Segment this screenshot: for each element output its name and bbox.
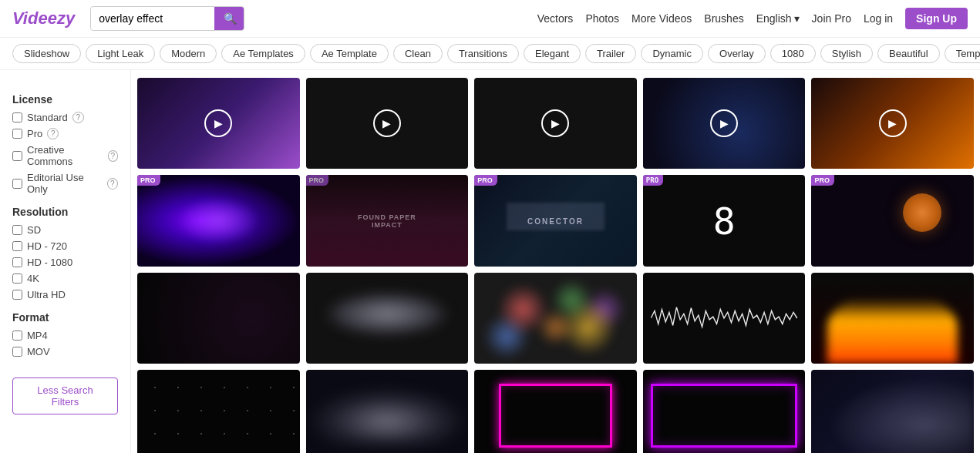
label-mp4: MP4 — [27, 330, 48, 341]
video-thumb[interactable]: ▶ — [643, 78, 806, 169]
label-mov: MOV — [27, 346, 50, 357]
play-button[interactable]: ▶ — [879, 109, 907, 137]
filter-mp4[interactable]: MP4 — [12, 330, 118, 341]
video-thumb[interactable]: ▶ — [137, 78, 300, 169]
video-thumb[interactable]: ▶ — [306, 78, 469, 169]
video-thumb[interactable]: PRO 8 — [643, 175, 806, 266]
help-icon-editorial[interactable]: ? — [107, 178, 118, 190]
filter-pro[interactable]: Pro ? — [12, 128, 118, 139]
nav-language[interactable]: English ▾ — [756, 12, 800, 25]
video-thumb[interactable] — [474, 370, 637, 453]
checkbox-pro[interactable] — [12, 129, 22, 139]
nav-sign-up[interactable]: Sign Up — [905, 8, 968, 29]
filter-standard[interactable]: Standard ? — [12, 112, 118, 123]
video-thumb[interactable]: PRO — [137, 175, 300, 266]
tag-ae-templates[interactable]: Ae Templates — [221, 44, 305, 63]
label-pro: Pro — [27, 128, 42, 139]
sidebar: License Standard ? Pro ? Creative Common… — [0, 70, 131, 453]
nav-photos[interactable]: Photos — [585, 12, 619, 25]
tag-ae-template[interactable]: Ae Template — [310, 44, 389, 63]
filter-4k[interactable]: 4K — [12, 273, 118, 284]
tag-elegant[interactable]: Elegant — [524, 44, 581, 63]
help-icon-pro[interactable]: ? — [47, 128, 59, 139]
video-thumb[interactable]: PRO CONECTOR — [474, 175, 637, 266]
checkbox-hd720[interactable] — [12, 241, 22, 251]
video-thumb[interactable]: PRO — [811, 175, 974, 266]
label-ultrahd: Ultra HD — [27, 289, 66, 300]
filter-editorial[interactable]: Editorial Use Only ? — [12, 172, 118, 195]
play-button[interactable]: ▶ — [204, 109, 232, 137]
tag-modern[interactable]: Modern — [160, 44, 217, 63]
filter-hd720[interactable]: HD - 720 — [12, 240, 118, 252]
pro-badge: PRO — [643, 175, 663, 186]
filter-hd1080[interactable]: HD - 1080 — [12, 257, 118, 268]
pro-badge: PRO — [137, 175, 160, 186]
video-thumb[interactable] — [643, 273, 806, 364]
play-button[interactable]: ▶ — [710, 109, 738, 137]
license-section-title: License — [12, 93, 118, 106]
video-thumb[interactable]: PRO FOUND PAPERIMPACT — [306, 175, 469, 266]
play-button[interactable]: ▶ — [373, 109, 401, 137]
video-thumb[interactable]: ▶ — [474, 78, 637, 169]
checkbox-hd1080[interactable] — [12, 257, 22, 267]
logo[interactable]: Videezy — [12, 8, 75, 29]
tag-light-leak[interactable]: Light Leak — [86, 44, 155, 63]
label-creative-commons: Creative Commons — [27, 144, 103, 167]
label-standard: Standard — [27, 112, 68, 123]
nav-log-in[interactable]: Log in — [864, 12, 893, 25]
video-row-4 — [137, 370, 974, 453]
resolution-section-title: Resolution — [12, 206, 118, 218]
video-thumb[interactable] — [306, 273, 469, 364]
label-4k: 4K — [27, 273, 39, 284]
play-button[interactable]: ▶ — [541, 109, 569, 137]
nav-join-pro[interactable]: Join Pro — [812, 12, 851, 25]
tag-1080[interactable]: 1080 — [770, 44, 816, 63]
video-thumb[interactable] — [811, 370, 974, 453]
tag-transitions[interactable]: Transitions — [447, 44, 519, 63]
nav-vectors[interactable]: Vectors — [537, 12, 574, 25]
nav-links: Vectors Photos More Videos Brushes Engli… — [537, 8, 968, 29]
digit-display: 8 — [713, 200, 736, 243]
tag-template[interactable]: Template — [945, 44, 980, 63]
video-thumb[interactable] — [811, 273, 974, 364]
less-filters-button[interactable]: Less Search Filters — [12, 378, 118, 414]
filter-sd[interactable]: SD — [12, 224, 118, 236]
checkbox-editorial[interactable] — [12, 179, 22, 189]
filter-mov[interactable]: MOV — [12, 346, 118, 357]
video-thumb[interactable]: ▶ — [811, 78, 974, 169]
tag-clean[interactable]: Clean — [393, 44, 443, 63]
video-thumb[interactable] — [137, 370, 300, 453]
checkbox-creative-commons[interactable] — [12, 151, 22, 161]
video-row-1: ▶ ▶ ▶ ▶ ▶ — [137, 78, 974, 169]
tag-trailer[interactable]: Trailer — [585, 44, 636, 63]
tag-overlay[interactable]: Overlay — [708, 44, 766, 63]
video-thumb[interactable] — [137, 273, 300, 364]
help-icon-cc[interactable]: ? — [108, 150, 119, 162]
tag-slideshow[interactable]: Slideshow — [12, 44, 81, 63]
nav-brushes[interactable]: Brushes — [704, 12, 743, 25]
checkbox-mp4[interactable] — [12, 331, 22, 341]
filter-creative-commons[interactable]: Creative Commons ? — [12, 144, 118, 167]
checkbox-standard[interactable] — [12, 112, 22, 122]
video-content: ▶ ▶ ▶ ▶ ▶ PRO PRO FOUND PAPERIMPACT — [131, 70, 980, 453]
tag-stylish[interactable]: Stylish — [820, 44, 873, 63]
checkbox-sd[interactable] — [12, 225, 22, 235]
checkbox-ultrahd[interactable] — [12, 290, 22, 300]
filter-ultrahd[interactable]: Ultra HD — [12, 289, 118, 300]
video-thumb[interactable] — [306, 370, 469, 453]
tag-beautiful[interactable]: Beautiful — [877, 44, 940, 63]
pro-badge: PRO — [474, 175, 497, 186]
video-thumb[interactable] — [474, 273, 637, 364]
search-button[interactable]: 🔍 — [214, 7, 244, 30]
label-editorial: Editorial Use Only — [27, 172, 103, 195]
nav-more-videos[interactable]: More Videos — [631, 12, 692, 25]
video-thumb[interactable] — [643, 370, 806, 453]
tag-dynamic[interactable]: Dynamic — [641, 44, 703, 63]
help-icon-standard[interactable]: ? — [72, 112, 84, 123]
video-row-2: PRO PRO FOUND PAPERIMPACT PRO CONECTOR P… — [137, 175, 974, 266]
thumb-text: CONECTOR — [527, 216, 584, 225]
checkbox-mov[interactable] — [12, 347, 22, 357]
search-input[interactable] — [91, 8, 214, 29]
main-layout: License Standard ? Pro ? Creative Common… — [0, 70, 980, 453]
checkbox-4k[interactable] — [12, 273, 22, 284]
